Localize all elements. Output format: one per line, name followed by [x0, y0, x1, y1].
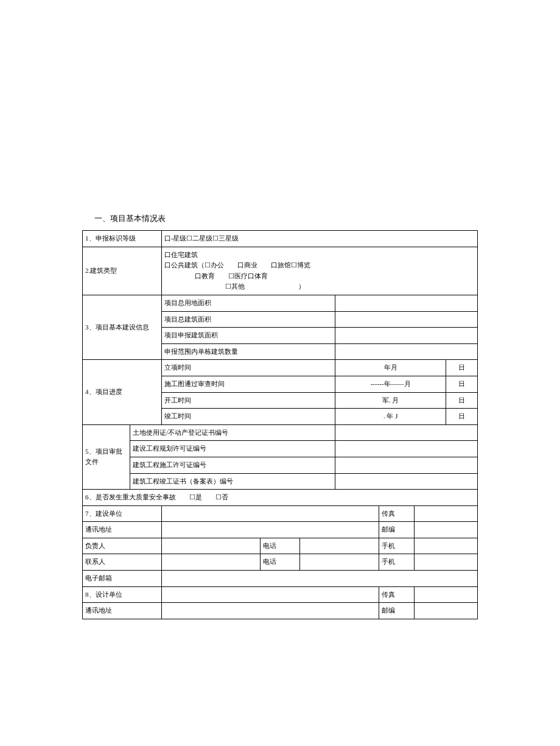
- val-contact: [161, 554, 260, 571]
- val-complete-ym: . 年 J: [335, 409, 446, 425]
- val-designer: [161, 586, 379, 603]
- val-planning-permit: [335, 441, 478, 457]
- label-address: 通讯地址: [83, 522, 162, 538]
- label-accident: 6、是否发生重大质量安全事故 ☐是 ☐否: [83, 490, 478, 506]
- label-land-cert: 土地使用证/不动产登记证书编号: [130, 424, 335, 441]
- label-mobile-2: 手机: [379, 554, 414, 571]
- val-review-ym: ------年——月: [335, 376, 446, 392]
- val-setup-d: 日: [446, 360, 478, 376]
- val-postcode-2: [415, 603, 478, 619]
- val-start-ym: 军. 月: [335, 392, 446, 409]
- label-review-date: 施工图通过审查时间: [161, 376, 335, 392]
- label-postcode-2: 邮编: [379, 603, 414, 619]
- val-rating: 口-星级☐二星级☐三星级: [161, 231, 477, 247]
- val-mobile-2: [415, 554, 478, 571]
- val-tel-2: [299, 554, 379, 571]
- label-land-area: 项目总用地面积: [161, 295, 335, 311]
- label-fax: 传真: [379, 505, 414, 522]
- val-total-area: [335, 311, 478, 328]
- val-fax-2: [415, 586, 478, 603]
- label-tel-2: 电话: [261, 554, 300, 571]
- label-head: 负责人: [83, 538, 162, 554]
- label-start-date: 开工时间: [161, 392, 335, 409]
- label-planning-permit: 建设工程规划许可证编号: [130, 441, 335, 457]
- label-basic-info: 3、项目基本建设信息: [83, 295, 162, 359]
- label-progress: 4、项目进度: [83, 360, 162, 424]
- label-complete-date: 竣工时间: [161, 409, 335, 425]
- label-contact: 联系人: [83, 554, 162, 571]
- project-info-table: 1、申报标识等级 口-星级☐二星级☐三星级 2.建筑类型 口住宅建筑 口公共建筑…: [82, 230, 478, 619]
- label-tel-1: 电话: [261, 538, 300, 554]
- val-building-count: [335, 343, 478, 360]
- val-completion-cert: [335, 473, 478, 490]
- val-head: [161, 538, 260, 554]
- val-start-d: 日: [446, 392, 478, 409]
- val-address-2: [161, 603, 379, 619]
- val-setup-ym: 年月: [335, 360, 446, 376]
- val-builder: [161, 505, 379, 522]
- val-address: [161, 522, 379, 538]
- val-apply-area: [335, 328, 478, 344]
- val-review-d: 日: [446, 376, 478, 392]
- val-postcode: [415, 522, 478, 538]
- label-construction-permit: 建筑工程施工许可证编号: [130, 457, 335, 473]
- label-completion-cert: 建筑工程竣工证书（备案表）编号: [130, 473, 335, 490]
- val-land-cert: [335, 424, 478, 441]
- label-fax-2: 传真: [379, 586, 414, 603]
- label-postcode: 邮编: [379, 522, 414, 538]
- val-mobile-1: [415, 538, 478, 554]
- val-building-type: 口住宅建筑 口公共建筑（☐办公 口商业 口旅馆☐博览 口教育 ☐医疗口体育 ☐其…: [161, 247, 477, 295]
- label-setup-date: 立项时间: [161, 360, 335, 376]
- label-email: 电子邮箱: [83, 571, 162, 587]
- val-complete-d: 日: [446, 409, 478, 425]
- label-designer: 8、设计单位: [83, 586, 162, 603]
- label-builder: 7、建设单位: [83, 505, 162, 522]
- label-total-area: 项目总建筑面积: [161, 311, 335, 328]
- label-approval-docs: 5、项目审批文件: [83, 424, 130, 489]
- section-title: 一、项目基本情况表: [94, 213, 478, 224]
- val-email: [161, 571, 477, 587]
- label-apply-area: 项目申报建筑面积: [161, 328, 335, 344]
- label-building-count: 申报范围内单栋建筑数量: [161, 343, 335, 360]
- label-rating: 1、申报标识等级: [83, 231, 162, 247]
- val-fax: [415, 505, 478, 522]
- label-mobile-1: 手机: [379, 538, 414, 554]
- val-tel-1: [299, 538, 379, 554]
- val-land-area: [335, 295, 478, 311]
- label-building-type: 2.建筑类型: [83, 247, 162, 295]
- val-construction-permit: [335, 457, 478, 473]
- label-address-2: 通讯地址: [83, 603, 162, 619]
